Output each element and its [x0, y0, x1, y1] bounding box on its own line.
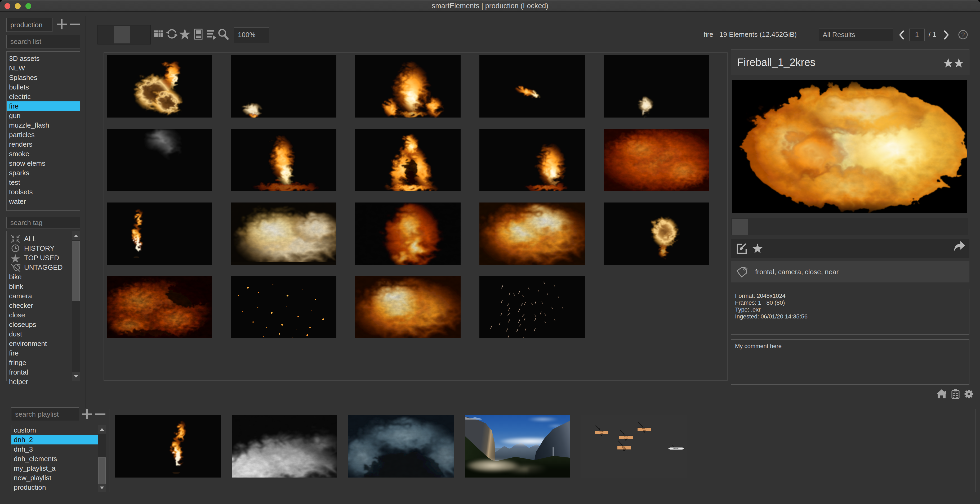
svg-text:?: ?	[961, 31, 965, 38]
svg-text:Viewer1: Viewer1	[673, 447, 680, 450]
